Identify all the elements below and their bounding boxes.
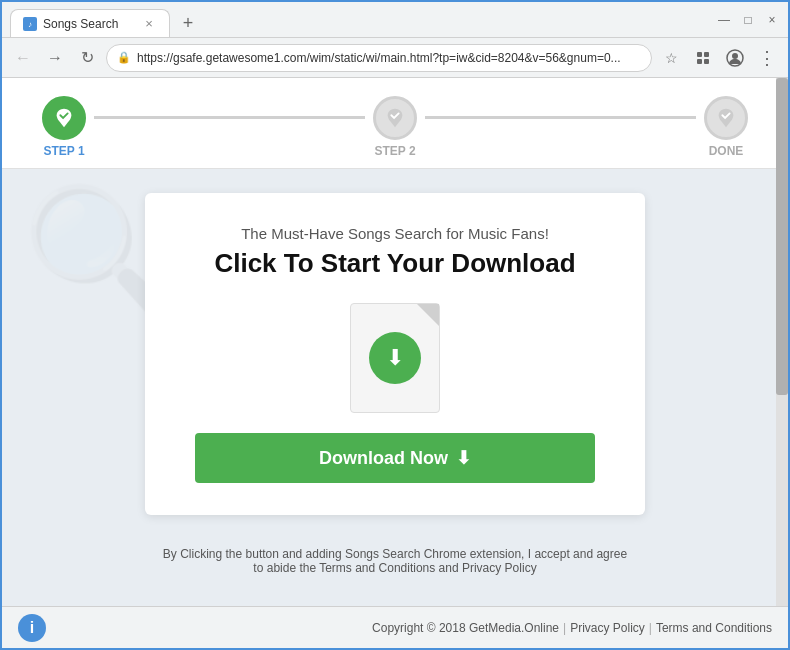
step-line-2 — [425, 116, 696, 119]
separator-2: | — [649, 621, 652, 635]
page-wrapper: STEP 1 STEP 2 — [2, 78, 788, 606]
tab-title: Songs Search — [43, 17, 118, 31]
disclaimer-text: By Clicking the button and adding Songs … — [2, 539, 788, 591]
page-scroll-area: STEP 1 STEP 2 — [2, 78, 788, 606]
active-tab[interactable]: ♪ Songs Search × — [10, 9, 170, 37]
footer-links: Copyright © 2018 GetMedia.Online | Priva… — [372, 621, 772, 635]
tab-favicon: ♪ — [23, 17, 37, 31]
window-close-button[interactable]: × — [764, 12, 780, 28]
step-2: STEP 2 — [373, 96, 417, 158]
card-subtitle: The Must-Have Songs Search for Music Fan… — [195, 225, 595, 242]
url-text: https://gsafe.getawesome1.com/wim/static… — [137, 51, 641, 65]
svg-text:♪: ♪ — [28, 20, 32, 29]
step-line-1 — [94, 116, 365, 119]
svg-point-7 — [732, 53, 738, 59]
minimize-button[interactable]: — — [716, 12, 732, 28]
reload-button[interactable]: ↻ — [74, 45, 100, 71]
step-1: STEP 1 — [42, 96, 86, 158]
privacy-policy-link[interactable]: Privacy Policy — [570, 621, 645, 635]
file-body: ⬇ — [350, 303, 440, 413]
file-icon-container: ⬇ — [195, 303, 595, 413]
file-fold — [417, 304, 439, 326]
tab-close-button[interactable]: × — [141, 16, 157, 32]
extensions-button[interactable] — [690, 45, 716, 71]
forward-button[interactable]: → — [42, 45, 68, 71]
step-done-circle — [704, 96, 748, 140]
bookmark-button[interactable]: ☆ — [658, 45, 684, 71]
disclaimer-content: By Clicking the button and adding Songs … — [163, 547, 627, 575]
copyright-text: Copyright © 2018 GetMedia.Online — [372, 621, 559, 635]
bottom-bar: i Copyright © 2018 GetMedia.Online | Pri… — [2, 606, 788, 648]
file-icon: ⬇ — [350, 303, 440, 413]
tab-area: ♪ Songs Search × + — [10, 2, 708, 37]
info-icon-button[interactable]: i — [18, 614, 46, 642]
address-bar: ← → ↻ 🔒 https://gsafe.getawesome1.com/wi… — [2, 38, 788, 78]
profile-button[interactable] — [722, 45, 748, 71]
svg-rect-2 — [697, 52, 702, 57]
terms-conditions-link[interactable]: Terms and Conditions — [656, 621, 772, 635]
steps-progress-bar: STEP 1 STEP 2 — [2, 78, 788, 169]
card-title: Click To Start Your Download — [195, 248, 595, 279]
svg-rect-3 — [704, 52, 709, 57]
download-now-button[interactable]: Download Now ⬇ — [195, 433, 595, 483]
svg-rect-4 — [697, 59, 702, 64]
download-arrow-icon: ⬇ — [386, 345, 404, 371]
step-done: DONE — [704, 96, 748, 158]
step-2-label: STEP 2 — [374, 144, 415, 158]
back-button[interactable]: ← — [10, 45, 36, 71]
separator-1: | — [563, 621, 566, 635]
step-2-circle — [373, 96, 417, 140]
browser-window: ♪ Songs Search × + — □ × ← → ↻ 🔒 https:/… — [0, 0, 790, 650]
lock-icon: 🔒 — [117, 51, 131, 64]
download-circle-icon: ⬇ — [369, 332, 421, 384]
window-controls: — □ × — [716, 12, 780, 28]
step-1-circle — [42, 96, 86, 140]
address-bar-input[interactable]: 🔒 https://gsafe.getawesome1.com/wim/stat… — [106, 44, 652, 72]
download-btn-label: Download Now — [319, 448, 448, 469]
step-done-label: DONE — [709, 144, 744, 158]
title-bar: ♪ Songs Search × + — □ × — [2, 2, 788, 38]
download-card: The Must-Have Songs Search for Music Fan… — [145, 193, 645, 515]
new-tab-button[interactable]: + — [174, 9, 202, 37]
maximize-button[interactable]: □ — [740, 12, 756, 28]
step-1-label: STEP 1 — [43, 144, 84, 158]
menu-button[interactable]: ⋮ — [754, 45, 780, 71]
content-area: The Must-Have Songs Search for Music Fan… — [2, 169, 788, 539]
svg-rect-5 — [704, 59, 709, 64]
download-btn-arrow: ⬇ — [456, 447, 471, 469]
